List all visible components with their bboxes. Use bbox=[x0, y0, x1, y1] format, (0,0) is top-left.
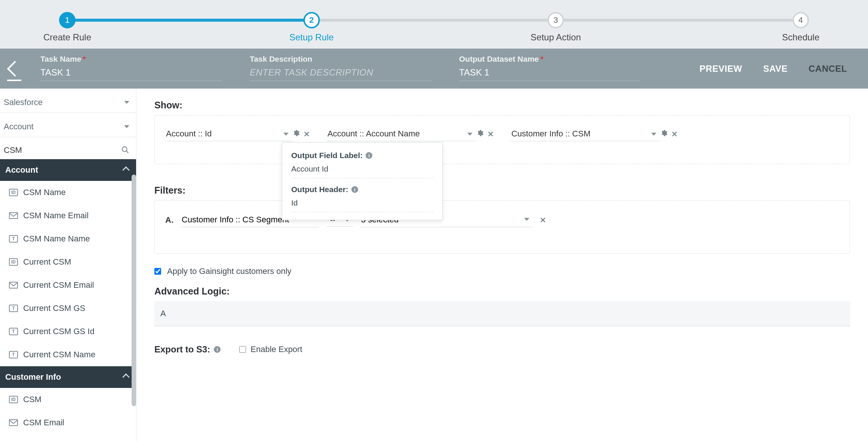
close-icon[interactable] bbox=[540, 216, 546, 225]
output-dataset-field-group: Output Dataset Name* bbox=[449, 49, 658, 89]
type-id-icon: ID bbox=[9, 258, 18, 266]
chevron-down-icon bbox=[124, 101, 129, 104]
sidebar-item-label: CSM Email bbox=[23, 418, 64, 428]
step-setup-rule[interactable]: 2 Setup Rule bbox=[289, 12, 334, 43]
advanced-logic-input[interactable] bbox=[154, 301, 850, 326]
sidebar-group-customer-info[interactable]: Customer Info bbox=[0, 366, 136, 388]
sidebar-item-label: CSM bbox=[23, 395, 41, 404]
chevron-down-icon[interactable] bbox=[283, 133, 289, 136]
filters-section-title: Filters: bbox=[154, 185, 850, 196]
sidebar-item-label: Current CSM GS Id bbox=[23, 327, 95, 336]
show-field-input[interactable] bbox=[165, 127, 292, 141]
sidebar-item[interactable]: Current CSM Email bbox=[0, 274, 136, 297]
close-icon[interactable] bbox=[487, 130, 494, 139]
sidebar-item[interactable]: TCurrent CSM GS bbox=[0, 297, 136, 320]
filter-row: A. bbox=[165, 213, 839, 227]
sidebar-item-label: CSM Name Email bbox=[23, 211, 89, 220]
gear-icon[interactable] bbox=[660, 129, 668, 139]
sidebar-item[interactable]: CSM Name Email bbox=[0, 204, 136, 227]
chevron-down-icon bbox=[524, 218, 529, 221]
step-schedule[interactable]: 4 Schedule bbox=[782, 12, 819, 43]
sidebar-item-label: Current CSM Email bbox=[23, 280, 94, 290]
sidebar-item-label: CSM Name Name bbox=[23, 234, 90, 244]
advanced-logic-title: Advanced Logic: bbox=[154, 286, 850, 297]
content: Show: bbox=[136, 89, 868, 441]
svg-rect-4 bbox=[9, 420, 18, 426]
task-name-input[interactable] bbox=[40, 64, 222, 81]
export-s3-title: Export to S3: bbox=[154, 344, 210, 355]
show-panel: Output Field Label:i Account Id Output H… bbox=[154, 115, 850, 164]
show-field bbox=[327, 127, 494, 141]
popover-value[interactable]: Account Id bbox=[291, 161, 433, 178]
type-mail-icon bbox=[9, 419, 18, 426]
object-dropdown-value: Account bbox=[4, 122, 34, 132]
task-name-label: Task Name bbox=[40, 55, 81, 63]
step-label: Setup Rule bbox=[289, 32, 334, 43]
sidebar-item[interactable]: CSM Email bbox=[0, 411, 136, 434]
save-button[interactable]: SAVE bbox=[763, 64, 788, 74]
type-text-icon: T bbox=[9, 235, 18, 243]
show-field bbox=[511, 127, 678, 141]
sidebar-item[interactable]: IDCurrent CSM bbox=[0, 250, 136, 274]
enable-export-checkbox[interactable] bbox=[239, 346, 246, 353]
info-icon[interactable]: i bbox=[351, 186, 358, 193]
step-number: 2 bbox=[303, 12, 320, 28]
sidebar-search-input[interactable] bbox=[4, 145, 121, 155]
chevron-down-icon[interactable] bbox=[651, 133, 656, 136]
sidebar-item-label: CSM Name bbox=[23, 188, 66, 197]
sidebar-item[interactable]: TCurrent CSM GS Id bbox=[0, 320, 136, 343]
source-dropdown[interactable]: Salesforce bbox=[0, 89, 136, 113]
svg-rect-3 bbox=[9, 282, 18, 288]
info-icon[interactable]: i bbox=[366, 152, 372, 159]
preview-button[interactable]: PREVIEW bbox=[699, 64, 742, 74]
step-number: 1 bbox=[59, 12, 76, 28]
step-create-rule[interactable]: 1 Create Rule bbox=[43, 12, 91, 43]
close-icon[interactable] bbox=[671, 130, 678, 139]
sidebar-group-account[interactable]: Account bbox=[0, 159, 136, 181]
search-icon[interactable] bbox=[121, 146, 129, 155]
sidebar-item[interactable]: IDCSM bbox=[0, 388, 136, 411]
type-text-icon: T bbox=[9, 351, 18, 358]
popover-label: Output Header: bbox=[291, 185, 348, 194]
back-button[interactable] bbox=[0, 49, 30, 89]
output-dataset-label: Output Dataset Name bbox=[459, 55, 539, 63]
sidebar-scrollbar[interactable] bbox=[132, 175, 136, 406]
sidebar-item[interactable]: TCurrent CSM Name bbox=[0, 343, 136, 366]
sidebar-item-label: Current CSM bbox=[23, 257, 71, 267]
source-dropdown-value: Salesforce bbox=[4, 98, 43, 107]
apply-gainsight-checkbox[interactable] bbox=[154, 268, 161, 275]
type-mail-icon bbox=[9, 212, 18, 219]
type-text-icon: T bbox=[9, 305, 18, 312]
popover-value[interactable]: Id bbox=[291, 195, 433, 212]
object-dropdown[interactable]: Account bbox=[0, 113, 136, 137]
apply-gainsight-label: Apply to Gainsight customers only bbox=[167, 266, 292, 276]
chevron-down-icon[interactable] bbox=[467, 133, 473, 136]
gear-icon[interactable] bbox=[292, 129, 300, 139]
step-label: Create Rule bbox=[43, 32, 91, 43]
close-icon[interactable] bbox=[304, 130, 310, 139]
task-header: Task Name* Task Description Output Datas… bbox=[0, 49, 868, 89]
svg-rect-2 bbox=[9, 213, 18, 219]
cancel-button[interactable]: CANCEL bbox=[809, 64, 847, 74]
popover-label: Output Field Label: bbox=[291, 151, 363, 160]
back-arrow-icon bbox=[7, 61, 23, 76]
field-settings-popover: Output Field Label:i Account Id Output H… bbox=[282, 142, 443, 220]
type-id-icon: ID bbox=[9, 189, 18, 196]
sidebar-item[interactable]: TCSM Name Name bbox=[0, 227, 136, 250]
sidebar-item-label: Current CSM GS bbox=[23, 303, 85, 313]
step-setup-action[interactable]: 3 Setup Action bbox=[530, 12, 581, 43]
sidebar-item[interactable]: IDCSM Name bbox=[0, 181, 136, 204]
task-desc-input[interactable] bbox=[250, 64, 431, 81]
sidebar: Salesforce Account Account IDCSM Name CS… bbox=[0, 89, 136, 441]
output-dataset-input[interactable] bbox=[459, 64, 641, 81]
show-field-input[interactable] bbox=[511, 127, 660, 141]
chevron-up-icon bbox=[122, 373, 130, 381]
gear-icon[interactable] bbox=[476, 129, 484, 139]
filter-letter: A. bbox=[165, 215, 173, 225]
stepper: 1 Create Rule 2 Setup Rule 3 Setup Actio… bbox=[0, 0, 868, 49]
show-field-input[interactable] bbox=[327, 127, 476, 141]
show-section-title: Show: bbox=[154, 100, 850, 111]
step-label: Setup Action bbox=[530, 32, 581, 43]
sidebar-group-title: Customer Info bbox=[5, 372, 61, 382]
info-icon[interactable]: i bbox=[214, 346, 221, 353]
